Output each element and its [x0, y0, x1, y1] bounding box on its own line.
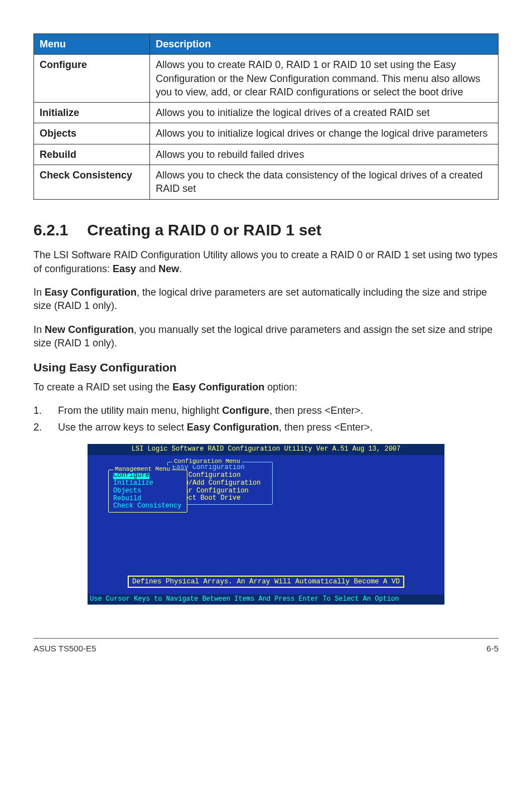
table-row: Initialize Allows you to initialize the … [34, 103, 499, 123]
subheading-using-easy-configuration: Using Easy Configuration [33, 360, 499, 375]
steps-list: 1. From the utility main menu, highlight… [33, 404, 499, 434]
text: In [33, 287, 45, 298]
table-header-menu: Menu [34, 34, 150, 55]
list-item: 1. From the utility main menu, highlight… [33, 404, 499, 417]
text: In [33, 324, 45, 335]
table-cell-menu: Check Consistency [34, 165, 150, 200]
bold-new-configuration: New Configuration [45, 324, 134, 335]
text: To create a RAID set using the [33, 381, 172, 393]
management-menu-panel: Management Menu Configure Initialize Obj… [108, 470, 187, 513]
footer-left: ASUS TS500-E5 [33, 643, 96, 654]
text: From the utility main menu, highlight [58, 405, 222, 416]
paragraph-intro: The LSI Software RAID Configuration Util… [33, 248, 499, 276]
bios-body: Configuration Menu Easy Configuration Ne… [88, 455, 444, 595]
bold-configure: Configure [222, 405, 269, 416]
paragraph-create-intro: To create a RAID set using the Easy Conf… [33, 380, 499, 394]
table-row: Check Consistency Allows you to check th… [34, 165, 499, 200]
footer-right: 6-5 [486, 643, 499, 654]
mgmt-item-objects[interactable]: Objects [113, 487, 182, 495]
mgmt-item-check-consistency[interactable]: Check Consistency [113, 503, 182, 510]
section-number: 6.2.1 [33, 220, 68, 241]
text: The LSI Software RAID Configuration Util… [33, 249, 497, 274]
mgmt-item-rebuild[interactable]: Rebuild [113, 495, 182, 503]
table-header-description: Description [150, 34, 499, 55]
text: , then press <Enter>. [279, 422, 373, 433]
text: option: [264, 381, 297, 393]
mgmt-item-initialize[interactable]: Initialize [113, 480, 182, 487]
table-cell-desc: Allows you to check the data consistency… [150, 165, 499, 200]
table-row: Objects Allows you to initialize logical… [34, 123, 499, 144]
page-footer: ASUS TS500-E5 6-5 [33, 638, 499, 654]
bios-footer-bar: Use Cursor Keys to Navigate Between Item… [88, 595, 444, 605]
step-text: Use the arrow keys to select Easy Config… [58, 421, 373, 434]
step-number: 2. [33, 421, 58, 434]
management-menu-legend: Management Menu [113, 466, 172, 473]
table-cell-desc: Allows you to create RAID 0, RAID 1 or R… [150, 55, 499, 103]
bold-easy-configuration: Easy Configuration [172, 381, 264, 393]
paragraph-new-config: In New Configuration, you manually set t… [33, 323, 499, 350]
bios-screenshot: LSI Logic Software RAID Configuration Ut… [33, 444, 499, 605]
menu-description-table: Menu Description Configure Allows you to… [33, 33, 499, 200]
text: and [136, 263, 158, 274]
table-row: Rebuild Allows you to rebuild failed dri… [34, 144, 499, 165]
bios-window: LSI Logic Software RAID Configuration Ut… [88, 444, 444, 605]
list-item: 2. Use the arrow keys to select Easy Con… [33, 421, 499, 434]
bold-easy-configuration: Easy Configuration [45, 287, 137, 298]
table-cell-desc: Allows you to initialize the logical dri… [150, 103, 499, 123]
bios-title-bar: LSI Logic Software RAID Configuration Ut… [88, 444, 444, 455]
text: . [179, 263, 182, 274]
text: Use the arrow keys to select [58, 422, 187, 433]
section-heading: 6.2.1Creating a RAID 0 or RAID 1 set [33, 220, 499, 241]
table-cell-menu: Objects [34, 123, 150, 144]
table-cell-desc: Allows you to rebuild failed drives [150, 144, 499, 165]
paragraph-easy-config: In Easy Configuration, the logical drive… [33, 286, 499, 313]
table-cell-menu: Initialize [34, 103, 150, 123]
table-cell-desc: Allows you to initialize logical drives … [150, 123, 499, 144]
bios-hint-box: Defines Physical Arrays. An Array Will A… [128, 576, 404, 588]
text: , then press <Enter>. [269, 405, 363, 416]
bold-easy-configuration: Easy Configuration [187, 422, 279, 433]
step-text: From the utility main menu, highlight Co… [58, 404, 363, 417]
table-row: Configure Allows you to create RAID 0, R… [34, 55, 499, 103]
section-title-text: Creating a RAID 0 or RAID 1 set [87, 221, 321, 239]
table-cell-menu: Configure [34, 55, 150, 103]
bold-easy: Easy [113, 263, 136, 274]
table-cell-menu: Rebuild [34, 144, 150, 165]
configuration-menu-legend: Configuration Menu [172, 458, 242, 465]
bold-new: New [158, 263, 179, 274]
step-number: 1. [33, 404, 58, 417]
mgmt-item-configure[interactable]: Configure [113, 472, 182, 480]
